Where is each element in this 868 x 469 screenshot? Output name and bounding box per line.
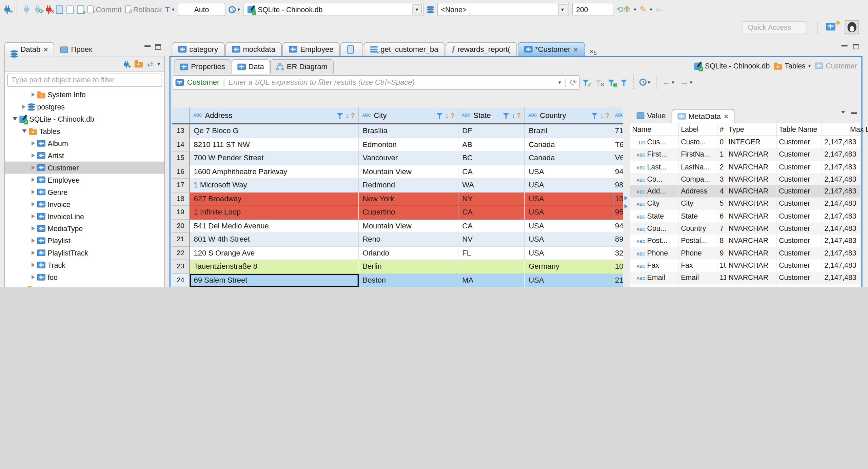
metadata-column-header-name[interactable]: Name: [630, 123, 679, 136]
metadata-row-firstna-[interactable]: ABCFirst...FirstNa...1NVARCHARCustomer2,…: [630, 148, 860, 161]
grid-cell[interactable]: IL: [458, 287, 525, 287]
grid-cell[interactable]: 627 Broadway: [190, 192, 359, 206]
editor-tab-category[interactable]: category: [172, 42, 224, 56]
chevron-right-icon[interactable]: [22, 105, 25, 109]
close-icon[interactable]: ×: [724, 113, 729, 119]
row-number[interactable]: 15: [172, 151, 190, 165]
close-icon[interactable]: ×: [43, 46, 48, 53]
row-number[interactable]: 23: [172, 260, 190, 273]
sort-icon[interactable]: ↕: [512, 111, 515, 119]
row-number[interactable]: 16: [172, 165, 190, 179]
metadata-row-city[interactable]: ABCCityCity5NVARCHARCustomer2,147,483: [630, 198, 860, 210]
metadata-column-header-type[interactable]: Type: [726, 123, 777, 136]
grid-cell[interactable]: Tauentzienstraße 8: [190, 260, 359, 273]
grid-cell[interactable]: 69 Salem Street: [190, 273, 359, 287]
tree-item-track[interactable]: Track: [5, 259, 164, 271]
connect-icon[interactable]: [24, 8, 29, 12]
tree-item-system-info[interactable]: iSystem Info: [5, 88, 164, 101]
sql-terminal-icon[interactable]: ✎: [639, 4, 647, 14]
metadata-row-lastna-[interactable]: ABCLast...LastNa...2NVARCHARCustomer2,14…: [630, 161, 860, 173]
grid-cell[interactable]: Mountain View: [359, 165, 458, 179]
tree-item-artist[interactable]: Artist: [5, 149, 164, 162]
grid-cell[interactable]: 700 W Pender Street: [190, 151, 359, 165]
sort-icon[interactable]: ↕: [346, 111, 349, 119]
metadata-row-country[interactable]: ABCCou...Country7NVARCHARCustomer2,147,4…: [630, 222, 860, 234]
editor-tab-employee[interactable]: Employee: [282, 42, 340, 56]
grid-cell[interactable]: Orlando: [359, 246, 458, 260]
filter-icon[interactable]: [337, 112, 344, 119]
grid-cell[interactable]: BC: [458, 151, 525, 165]
transaction-log-button[interactable]: T▾: [165, 5, 174, 14]
metadata-column-header-label[interactable]: Label: [679, 123, 717, 136]
editor-tab-mockdata[interactable]: mockdata: [225, 42, 282, 56]
breadcrumb-tables[interactable]: ≡Tables▾: [774, 62, 811, 70]
custom-filter-icon[interactable]: [620, 79, 628, 86]
editor-tab--sqlite-chino[interactable]: [341, 42, 363, 56]
row-number[interactable]: 14: [172, 138, 190, 151]
editor-tab--customer[interactable]: *Customer×: [517, 42, 585, 56]
grid-cell[interactable]: 120 S Orange Ave: [190, 246, 359, 260]
grid-cell[interactable]: 89: [613, 233, 623, 246]
grid-cell[interactable]: Cupertino: [359, 206, 458, 219]
grid-cell[interactable]: T6: [613, 138, 623, 151]
tree-item-employee[interactable]: Employee: [5, 174, 164, 186]
chevron-right-icon[interactable]: [32, 202, 35, 206]
metadata-column-header-table-name[interactable]: Table Name: [777, 123, 822, 136]
tree-item-playlisttrack[interactable]: PlaylistTrack: [5, 247, 164, 259]
grid-cell[interactable]: USA: [525, 273, 613, 287]
sort-icon[interactable]: ↕: [445, 111, 449, 119]
navigator-filter-input[interactable]: Type part of object name to filter: [7, 74, 162, 87]
grid-cell[interactable]: Qe 7 Bloco G: [190, 124, 359, 138]
grid-cell[interactable]: USA: [525, 287, 613, 287]
grid-cell[interactable]: Vancouver: [359, 151, 458, 165]
reconnect-icon[interactable]: ⟳: [35, 8, 40, 12]
grid-cell[interactable]: 10: [613, 192, 623, 206]
filter-icon[interactable]: [436, 112, 443, 119]
chevron-right-icon[interactable]: [22, 287, 25, 287]
dbeaver-perspective-icon[interactable]: [845, 20, 859, 34]
schema-combo[interactable]: <None> ▼: [437, 3, 569, 16]
new-connection-icon[interactable]: +: [123, 62, 129, 66]
chevron-right-icon[interactable]: [32, 239, 35, 243]
execution-timer-icon[interactable]: [639, 79, 647, 86]
breadcrumb-customer[interactable]: Customer: [815, 62, 857, 70]
fetch-size-input[interactable]: 200: [572, 3, 613, 16]
chevron-down-icon[interactable]: [22, 129, 26, 133]
tree-item-sqlite-chinook-db[interactable]: SQLite - Chinook.db: [5, 113, 164, 125]
grid-cell[interactable]: Edmonton: [359, 138, 458, 151]
row-number[interactable]: 17: [172, 179, 190, 192]
tree-item-genre[interactable]: Genre: [5, 186, 164, 198]
tree-item-tables[interactable]: ≡Tables: [5, 125, 164, 137]
tab-database-navigator[interactable]: Datab ×: [4, 42, 54, 56]
grid-cell[interactable]: 1600 Amphitheatre Parkway: [190, 165, 359, 179]
chevron-right-icon[interactable]: [32, 178, 35, 182]
metadata-row-suppo-[interactable]: 123Sup...Suppo...12INTEGERCustomer2,147,…: [630, 284, 860, 287]
grid-column-header-city[interactable]: ABCCity↕?: [359, 107, 458, 123]
collapse-all-icon[interactable]: ⇄: [147, 60, 153, 68]
filter-history-arrow[interactable]: ▾: [558, 79, 561, 85]
connection-combo[interactable]: SQLite - Chinook.db ▼: [243, 3, 423, 16]
subtab-data[interactable]: Data: [231, 59, 270, 74]
grid-cell[interactable]: 32: [613, 246, 623, 260]
metadata-row-address[interactable]: ABCAdd...Address4NVARCHARCustomer2,147,4…: [630, 185, 860, 198]
grid-cell[interactable]: 1 Microsoft Way: [190, 179, 359, 192]
quick-access-input[interactable]: Quick Access: [742, 21, 807, 34]
grid-cell[interactable]: CA: [458, 165, 525, 179]
subtab-properties[interactable]: Properties: [174, 59, 231, 74]
grid-cell[interactable]: USA: [525, 165, 613, 179]
grid-cell[interactable]: AB: [458, 138, 525, 151]
grid-cell[interactable]: USA: [525, 219, 613, 233]
grid-cell[interactable]: 541 Del Medio Avenue: [190, 219, 359, 233]
metadata-row-custo-[interactable]: 123Cus...Custo...0INTEGERCustomer2,147,4…: [630, 136, 860, 148]
chevron-down-icon[interactable]: [13, 117, 17, 121]
grid-cell[interactable]: USA: [525, 179, 613, 192]
metadata-row-fax[interactable]: ABCFaxFax10NVARCHARCustomer2,147,483: [630, 260, 860, 272]
metadata-row-email[interactable]: ABCEmailEmail11NVARCHARCustomer2,147,483: [630, 272, 860, 284]
minimize-icon[interactable]: [144, 45, 151, 47]
filter-input[interactable]: Customer | Enter a SQL expression to fil…: [173, 75, 579, 89]
grid-cell[interactable]: Brasília: [359, 124, 458, 138]
connection-combo-arrow[interactable]: ▼: [412, 4, 422, 14]
chevron-right-icon[interactable]: [32, 190, 35, 194]
chevron-right-icon[interactable]: [32, 251, 35, 255]
chevron-right-icon[interactable]: [32, 153, 35, 158]
